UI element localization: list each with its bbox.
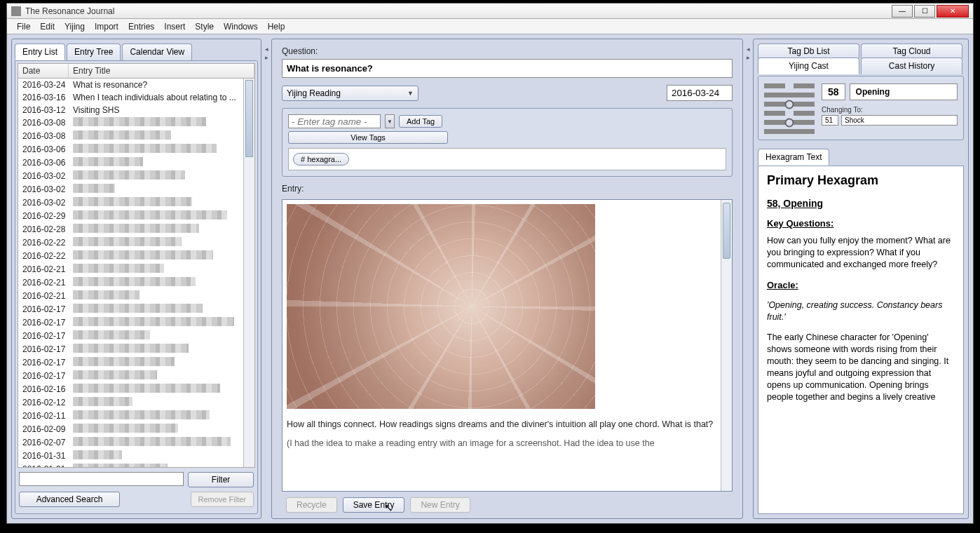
row-date: 2016-03-06 bbox=[22, 144, 73, 156]
col-date[interactable]: Date bbox=[18, 64, 69, 78]
row-title bbox=[73, 157, 250, 169]
tab-calendar-view[interactable]: Calendar View bbox=[122, 43, 192, 60]
menu-yijing[interactable]: Yijing bbox=[60, 20, 89, 33]
row-title bbox=[73, 424, 250, 436]
row-date: 2016-02-17 bbox=[22, 357, 73, 369]
entry-list[interactable]: 2016-03-24What is resonance?2016-03-16Wh… bbox=[18, 79, 255, 468]
table-row[interactable]: 2016-03-08 bbox=[18, 116, 254, 130]
row-date: 2016-03-06 bbox=[22, 157, 73, 169]
table-row[interactable]: 2016-02-21 bbox=[18, 263, 254, 276]
splitter-right[interactable]: ◂ ▸ bbox=[746, 39, 750, 519]
table-row[interactable]: 2016-03-24What is resonance? bbox=[18, 79, 254, 91]
row-date: 2016-02-16 bbox=[22, 384, 73, 396]
splitter-left[interactable]: ◂ ▸ bbox=[264, 39, 268, 519]
filter-button[interactable]: Filter bbox=[188, 472, 254, 487]
new-entry-button[interactable]: New Entry bbox=[410, 497, 470, 513]
question-input[interactable] bbox=[282, 59, 733, 78]
tab-yijingcast[interactable]: Yijing Cast bbox=[758, 58, 859, 74]
table-row[interactable]: 2016-02-17 bbox=[18, 330, 254, 343]
menu-windows[interactable]: Windows bbox=[219, 20, 262, 33]
tab-entry-list[interactable]: Entry List bbox=[15, 43, 65, 60]
tag-dropdown[interactable]: ▼ bbox=[385, 114, 395, 128]
left-tabs: Entry List Entry Tree Calendar View bbox=[15, 43, 258, 60]
table-row[interactable]: 2016-02-11 bbox=[18, 410, 254, 423]
menu-entries[interactable]: Entries bbox=[124, 20, 158, 33]
row-title bbox=[73, 250, 250, 262]
tab-casthistory[interactable]: Cast History bbox=[861, 58, 962, 74]
table-row[interactable]: 2016-02-17 bbox=[18, 356, 254, 370]
table-row[interactable]: 2016-02-28 bbox=[18, 223, 254, 236]
entry-editor[interactable]: How all things connect. How readings sig… bbox=[282, 199, 733, 492]
menu-insert[interactable]: Insert bbox=[160, 20, 189, 33]
table-row[interactable]: 2016-01-31 bbox=[18, 450, 254, 463]
row-title bbox=[73, 410, 250, 422]
content: Entry List Entry Tree Calendar View Date… bbox=[7, 34, 973, 523]
table-row[interactable]: 2016-03-12Visiting SHS bbox=[18, 104, 254, 116]
table-row[interactable]: 2016-02-29 bbox=[18, 210, 254, 223]
tag-input[interactable] bbox=[288, 114, 381, 128]
table-row[interactable]: 2016-02-17 bbox=[18, 370, 254, 383]
table-row[interactable]: 2016-02-17 bbox=[18, 316, 254, 330]
row-date: 2016-02-21 bbox=[22, 277, 73, 289]
hex-line bbox=[764, 129, 815, 134]
menu-help[interactable]: Help bbox=[264, 20, 290, 33]
tab-entry-tree[interactable]: Entry Tree bbox=[67, 43, 121, 60]
hexagram-text-body[interactable]: Primary Hexagram 58, Opening Key Questio… bbox=[758, 166, 964, 514]
row-title bbox=[73, 144, 250, 156]
entry-date-input[interactable] bbox=[667, 85, 733, 101]
tab-tagdblist[interactable]: Tag Db List bbox=[758, 43, 859, 58]
table-row[interactable]: 2016-01-31 bbox=[18, 463, 254, 468]
table-row[interactable]: 2016-02-12 bbox=[18, 396, 254, 410]
table-row[interactable]: 2016-03-06 bbox=[18, 143, 254, 156]
table-row[interactable]: 2016-03-02 bbox=[18, 196, 254, 210]
table-row[interactable]: 2016-03-06 bbox=[18, 156, 254, 170]
menu-style[interactable]: Style bbox=[191, 20, 218, 33]
table-row[interactable]: 2016-02-16 bbox=[18, 383, 254, 396]
col-title[interactable]: Entry Title bbox=[69, 64, 254, 78]
splitter-right-icon: ▸ bbox=[747, 54, 750, 61]
entry-scroll-thumb[interactable] bbox=[723, 203, 730, 259]
maximize-button[interactable]: ☐ bbox=[914, 5, 935, 18]
table-row[interactable]: 2016-03-16When I teach individuals about… bbox=[18, 91, 254, 104]
save-entry-button[interactable]: Save Entry bbox=[343, 497, 405, 513]
remove-filter-button[interactable]: Remove Filter bbox=[191, 492, 254, 507]
tab-tagcloud[interactable]: Tag Cloud bbox=[861, 43, 962, 58]
add-tag-button[interactable]: Add Tag bbox=[399, 115, 442, 128]
entry-type-select[interactable]: Yijing Reading ▼ bbox=[282, 86, 418, 101]
row-date: 2016-02-17 bbox=[22, 344, 73, 356]
hex-name: Opening bbox=[850, 83, 958, 100]
table-row[interactable]: 2016-02-17 bbox=[18, 343, 254, 356]
table-row[interactable]: 2016-03-02 bbox=[18, 170, 254, 183]
table-row[interactable]: 2016-02-22 bbox=[18, 236, 254, 250]
advanced-search-button[interactable]: Advanced Search bbox=[19, 492, 120, 507]
row-title bbox=[73, 317, 250, 329]
table-row[interactable]: 2016-02-17 bbox=[18, 303, 254, 316]
table-row[interactable]: 2016-02-21 bbox=[18, 276, 254, 290]
menu-edit[interactable]: Edit bbox=[36, 20, 59, 33]
minimize-button[interactable]: — bbox=[892, 5, 913, 18]
table-row[interactable]: 2016-03-08 bbox=[18, 130, 254, 143]
table-row[interactable]: 2016-02-21 bbox=[18, 290, 254, 303]
filter-input[interactable] bbox=[19, 472, 184, 486]
hex-line bbox=[764, 93, 815, 97]
titlebar[interactable]: The Resonance Journal — ☐ ✕ bbox=[7, 4, 973, 19]
close-button[interactable]: ✕ bbox=[937, 5, 969, 18]
scrollbar[interactable] bbox=[243, 79, 254, 467]
recycle-button[interactable]: Recycle bbox=[286, 497, 337, 513]
table-row[interactable]: 2016-02-07 bbox=[18, 436, 254, 450]
row-title bbox=[73, 437, 250, 449]
row-title bbox=[73, 357, 250, 369]
menu-file[interactable]: File bbox=[13, 20, 34, 33]
row-title: What is resonance? bbox=[73, 79, 250, 90]
entry-scrollbar[interactable] bbox=[721, 200, 732, 491]
table-row[interactable]: 2016-03-02 bbox=[18, 183, 254, 196]
tag-chip[interactable]: # hexagra... bbox=[293, 153, 349, 166]
row-title bbox=[73, 184, 250, 196]
table-row[interactable]: 2016-02-22 bbox=[18, 250, 254, 263]
scroll-thumb[interactable] bbox=[245, 80, 253, 157]
view-tags-button[interactable]: View Tags bbox=[288, 131, 448, 144]
menu-import[interactable]: Import bbox=[90, 20, 123, 33]
tab-hexagram-text[interactable]: Hexagram Text bbox=[758, 149, 829, 166]
table-row[interactable]: 2016-02-09 bbox=[18, 423, 254, 436]
entry-text-1: How all things connect. How readings sig… bbox=[287, 419, 718, 431]
